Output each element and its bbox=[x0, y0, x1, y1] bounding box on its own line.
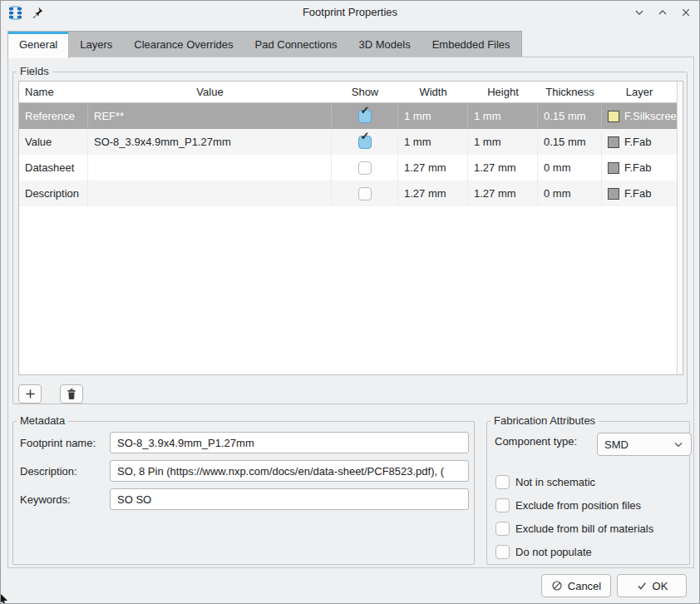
col-layer[interactable]: Layer bbox=[602, 82, 677, 102]
col-height[interactable]: Height bbox=[468, 82, 538, 102]
exclude-bom-checkbox[interactable] bbox=[495, 522, 510, 536]
metadata-group-title: Metadata bbox=[17, 414, 68, 427]
layer-name: F.Fab bbox=[624, 129, 652, 155]
table-row-description[interactable]: Description 1.27 mm 1.27 mm 0 mm F.Fab bbox=[19, 181, 677, 206]
col-width[interactable]: Width bbox=[398, 82, 468, 102]
tab-embedded-files[interactable]: Embedded Files bbox=[421, 32, 521, 57]
description-input[interactable] bbox=[110, 460, 469, 482]
cell-value[interactable]: REF** bbox=[88, 103, 332, 129]
chevron-down-icon[interactable] bbox=[633, 6, 646, 19]
component-type-value: SMD bbox=[604, 438, 629, 451]
cancel-button[interactable]: Cancel bbox=[541, 574, 611, 597]
tab-pad-connections[interactable]: Pad Connections bbox=[244, 32, 348, 57]
cell-thickness[interactable]: 0.15 mm bbox=[538, 129, 602, 155]
cell-show bbox=[332, 181, 398, 206]
cell-name[interactable]: Datasheet bbox=[19, 155, 88, 181]
cell-value[interactable]: SO-8_3.9x4.9mm_P1.27mm bbox=[88, 129, 332, 155]
component-type-label: Component type: bbox=[495, 435, 577, 448]
table-buttons bbox=[18, 384, 83, 403]
cell-width[interactable]: 1.27 mm bbox=[398, 155, 468, 181]
cell-name[interactable]: Reference bbox=[19, 103, 88, 129]
show-checkbox[interactable] bbox=[358, 187, 372, 201]
cell-layer[interactable]: F.Fab bbox=[602, 181, 677, 206]
show-checkbox[interactable] bbox=[358, 161, 372, 175]
window-controls bbox=[633, 1, 693, 24]
cell-layer[interactable]: F.Fab bbox=[602, 155, 677, 181]
cell-layer[interactable]: F.Fab bbox=[602, 129, 677, 155]
cell-width[interactable]: 1 mm bbox=[398, 103, 468, 129]
do-not-populate-checkbox[interactable] bbox=[495, 545, 510, 559]
cell-height[interactable]: 1 mm bbox=[468, 129, 538, 155]
cell-value[interactable] bbox=[88, 181, 332, 206]
check-icon bbox=[636, 580, 648, 592]
not-in-schematic-checkbox[interactable] bbox=[495, 475, 510, 489]
layer-color-swatch bbox=[608, 162, 619, 174]
table-row-reference[interactable]: Reference REF** 1 mm 1 mm 0.15 mm F.Silk… bbox=[19, 103, 677, 129]
chevron-down-icon bbox=[673, 438, 684, 450]
layer-color-swatch bbox=[608, 136, 619, 148]
show-checkbox[interactable] bbox=[358, 110, 372, 123]
cell-layer[interactable]: F.Silkscreen bbox=[602, 103, 677, 129]
exclude-position-files-label: Exclude from position files bbox=[515, 499, 641, 512]
trash-icon bbox=[66, 388, 77, 400]
cell-value[interactable] bbox=[88, 155, 332, 181]
cell-show bbox=[332, 129, 398, 155]
keywords-input[interactable] bbox=[110, 488, 469, 510]
not-in-schematic-label: Not in schematic bbox=[515, 476, 595, 488]
component-type-row: Component type: SMD bbox=[495, 435, 577, 448]
cell-width[interactable]: 1.27 mm bbox=[398, 181, 468, 206]
not-in-schematic-row: Not in schematic bbox=[495, 475, 595, 489]
layer-name: F.Fab bbox=[624, 155, 652, 181]
tab-general[interactable]: General bbox=[7, 31, 69, 58]
general-tab-panel: Fields Name Value Show Width Height Thic… bbox=[7, 57, 694, 568]
fields-group-title: Fields bbox=[17, 65, 52, 77]
table-row-value[interactable]: Value SO-8_3.9x4.9mm_P1.27mm 1 mm 1 mm 0… bbox=[19, 129, 677, 155]
fabrication-group-title: Fabrication Attributes bbox=[490, 414, 599, 427]
cell-height[interactable]: 1.27 mm bbox=[468, 155, 538, 181]
cell-thickness[interactable]: 0 mm bbox=[538, 181, 602, 206]
inactive-tab-strip: Layers Clearance Overrides Pad Connectio… bbox=[69, 31, 521, 57]
cell-name[interactable]: Value bbox=[19, 129, 88, 155]
cell-height[interactable]: 1 mm bbox=[468, 103, 538, 129]
col-name[interactable]: Name bbox=[19, 82, 88, 102]
keywords-label: Keywords: bbox=[20, 493, 110, 506]
layer-name: F.Silkscreen bbox=[624, 103, 677, 129]
delete-field-button[interactable] bbox=[60, 384, 83, 403]
do-not-populate-row: Do not populate bbox=[495, 545, 592, 559]
cell-thickness[interactable]: 0 mm bbox=[538, 155, 602, 181]
component-type-select[interactable]: SMD bbox=[597, 433, 692, 456]
tab-3d-models[interactable]: 3D Models bbox=[348, 32, 421, 57]
fabrication-attributes-group: Fabrication Attributes Component type: S… bbox=[486, 421, 690, 565]
description-label: Description: bbox=[20, 465, 110, 478]
cell-name[interactable]: Description bbox=[19, 181, 88, 206]
fields-group: Fields Name Value Show Width Height Thic… bbox=[12, 72, 688, 404]
keywords-row: Keywords: bbox=[20, 488, 469, 510]
table-scrollbar[interactable] bbox=[677, 82, 683, 374]
cancel-icon bbox=[551, 580, 563, 592]
titlebar: Footprint Properties bbox=[1, 1, 699, 26]
tab-layers[interactable]: Layers bbox=[69, 32, 123, 57]
ok-button[interactable]: OK bbox=[617, 574, 687, 597]
exclude-bom-row: Exclude from bill of materials bbox=[495, 522, 653, 536]
metadata-group: Metadata Footprint name: Description: Ke… bbox=[12, 421, 475, 565]
cell-thickness[interactable]: 0.15 mm bbox=[538, 103, 602, 129]
col-thickness[interactable]: Thickness bbox=[538, 82, 602, 102]
col-show[interactable]: Show bbox=[332, 82, 398, 102]
table-row-datasheet[interactable]: Datasheet 1.27 mm 1.27 mm 0 mm F.Fab bbox=[19, 155, 677, 181]
exclude-position-files-checkbox[interactable] bbox=[495, 498, 510, 512]
cell-width[interactable]: 1 mm bbox=[398, 129, 468, 155]
show-checkbox[interactable] bbox=[358, 136, 372, 149]
fields-grid: Name Value Show Width Height Thickness L… bbox=[19, 82, 677, 374]
tab-clearance-overrides[interactable]: Clearance Overrides bbox=[123, 32, 244, 57]
cell-height[interactable]: 1.27 mm bbox=[468, 181, 538, 206]
fields-table-header: Name Value Show Width Height Thickness L… bbox=[19, 82, 677, 103]
close-icon[interactable] bbox=[679, 6, 693, 19]
footprint-name-input[interactable] bbox=[110, 432, 469, 453]
col-value[interactable]: Value bbox=[88, 82, 332, 102]
add-field-button[interactable] bbox=[18, 384, 42, 403]
footprint-name-row: Footprint name: bbox=[20, 432, 469, 453]
chevron-up-icon[interactable] bbox=[656, 6, 669, 19]
ok-label: OK bbox=[653, 580, 668, 592]
exclude-bom-label: Exclude from bill of materials bbox=[515, 522, 653, 535]
cell-show bbox=[332, 103, 398, 129]
